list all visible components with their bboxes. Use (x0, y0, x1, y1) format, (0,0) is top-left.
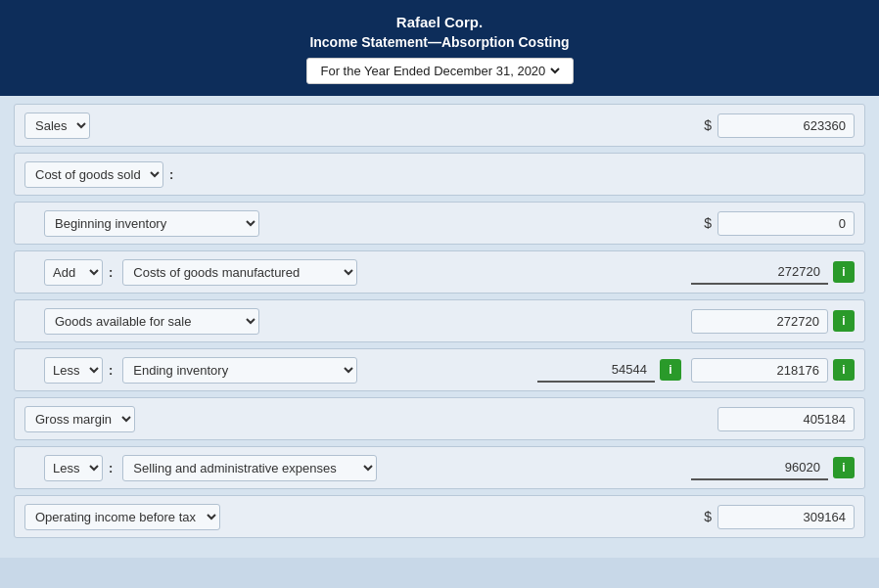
cogs-colon: : (169, 167, 173, 182)
cogm-value-input[interactable] (691, 260, 828, 285)
beginning-inventory-dollar: $ (704, 215, 712, 231)
cogm-select[interactable]: Costs of goods manufactured (122, 259, 357, 286)
less2-select[interactable]: Less (44, 455, 103, 481)
income-statement-content: Sales $ Cost of goods sold : Beginning i… (0, 96, 879, 558)
goods-available-input[interactable] (691, 309, 828, 334)
sales-value-input[interactable] (717, 113, 855, 138)
beginning-inventory-row: Beginning inventory $ (14, 202, 865, 245)
ending-inventory-select[interactable]: Ending inventory (122, 357, 357, 384)
sales-dollar-sign: $ (704, 117, 712, 133)
selling-admin-info-button[interactable]: i (833, 457, 855, 478)
selling-admin-input[interactable] (691, 456, 828, 480)
goods-available-select[interactable]: Goods available for sale (44, 308, 259, 335)
less-select[interactable]: Less (44, 357, 103, 384)
ending-inventory-right-info-button[interactable]: i (833, 359, 855, 381)
cogm-colon: : (109, 265, 113, 280)
ending-colon: : (109, 363, 113, 378)
ending-inventory-info-button[interactable]: i (660, 359, 681, 381)
period-select[interactable]: For the Year Ended December 31, 2020 (317, 63, 563, 79)
gross-margin-input[interactable] (717, 407, 855, 431)
page-header: Rafael Corp. Income Statement—Absorption… (0, 0, 879, 96)
add-select[interactable]: Add (44, 259, 103, 286)
cogs-select[interactable]: Cost of goods sold (24, 161, 163, 188)
ending-inventory-right-input[interactable] (691, 358, 828, 383)
operating-income-row: Operating income before tax $ (14, 495, 865, 538)
ending-inventory-row: Less : Ending inventory i i (14, 348, 865, 391)
statement-title: Income Statement—Absorption Costing (20, 34, 859, 50)
goods-available-info-button[interactable]: i (833, 310, 855, 332)
beginning-inventory-select[interactable]: Beginning inventory (44, 210, 259, 237)
ending-inventory-input[interactable] (537, 358, 655, 383)
cogm-info-button[interactable]: i (833, 261, 855, 283)
cogm-row: Add : Costs of goods manufactured i (14, 250, 865, 294)
selling-colon: : (109, 461, 113, 475)
sales-select[interactable]: Sales (24, 113, 90, 139)
goods-available-row: Goods available for sale i (14, 299, 865, 342)
selling-admin-row: Less : Selling and administrative expens… (14, 446, 865, 489)
operating-income-dollar: $ (704, 509, 712, 524)
sales-row: Sales $ (14, 104, 865, 147)
operating-income-select[interactable]: Operating income before tax (24, 504, 220, 530)
cogs-row: Cost of goods sold : (14, 153, 865, 196)
operating-income-input[interactable] (717, 505, 855, 529)
gross-margin-row: Gross margin (14, 397, 865, 440)
selling-admin-select[interactable]: Selling and administrative expenses (122, 455, 377, 481)
gross-margin-select[interactable]: Gross margin (24, 406, 135, 432)
beginning-inventory-input[interactable] (717, 211, 855, 236)
period-selector[interactable]: For the Year Ended December 31, 2020 (306, 58, 574, 84)
company-name: Rafael Corp. (20, 14, 859, 30)
